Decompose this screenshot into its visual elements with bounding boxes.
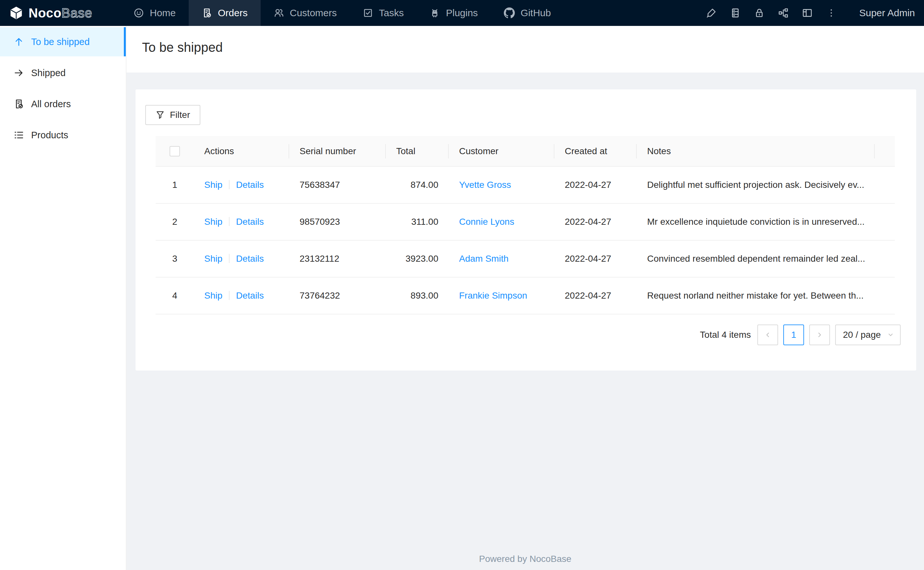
table-row: 1ShipDetails75638347874.00Yvette Gross20…	[155, 167, 895, 204]
details-link[interactable]: Details	[236, 180, 264, 190]
customer-link[interactable]: Adam Smith	[459, 254, 509, 264]
total-cell: 3923.00	[386, 240, 449, 277]
brand-name: NocoBase	[29, 6, 92, 20]
serial-number-cell: 98570923	[289, 204, 386, 240]
nav-item-orders[interactable]: Orders	[189, 0, 261, 26]
notes-cell: Request norland neither mistake for yet.…	[637, 277, 875, 314]
created-at-cell: 2022-04-27	[554, 240, 637, 277]
brand-name-bold: Noco	[29, 6, 61, 20]
pagination-page-1[interactable]: 1	[783, 325, 804, 345]
database-icon[interactable]	[730, 8, 741, 18]
sidebar-item-to-be-shipped[interactable]: To be shipped	[0, 27, 126, 56]
action-divider	[229, 217, 229, 226]
cube-logo-icon	[9, 6, 23, 20]
nav-item-label: GitHub	[521, 8, 551, 18]
chevron-right-icon	[816, 331, 824, 339]
total-cell: 893.00	[386, 277, 449, 314]
sidebar-item-all-orders[interactable]: All orders	[0, 89, 126, 118]
nav-item-github[interactable]: GitHub	[491, 0, 564, 26]
orders-icon	[201, 8, 212, 18]
nav-item-label: Home	[150, 8, 176, 18]
brand-logo[interactable]: NocoBase	[0, 6, 121, 20]
page-header: To be shipped	[126, 26, 924, 72]
serial-number-cell: 73764232	[289, 277, 386, 314]
customer-link[interactable]: Frankie Simpson	[459, 291, 527, 300]
customer-link[interactable]: Connie Lyons	[459, 217, 514, 227]
row-index-cell: 1	[155, 167, 194, 204]
spacer-cell	[875, 167, 895, 204]
chevron-down-icon	[887, 331, 894, 339]
ship-link[interactable]: Ship	[204, 291, 222, 300]
nav-item-label: Customers	[290, 8, 337, 18]
ship-link[interactable]: Ship	[204, 217, 222, 227]
spacer-cell	[875, 204, 895, 240]
file-done-icon	[14, 99, 24, 109]
details-link[interactable]: Details	[236, 217, 264, 227]
nav-item-label: Orders	[218, 8, 248, 18]
select-all-header-cell	[155, 136, 194, 167]
column-header-actions: Actions	[194, 136, 289, 167]
filter-button-label: Filter	[170, 110, 190, 120]
arrow-right-icon	[14, 68, 24, 78]
serial-number-cell: 75638347	[289, 167, 386, 204]
table-row: 4ShipDetails73764232893.00Frankie Simpso…	[155, 277, 895, 314]
total-cell: 311.00	[386, 204, 449, 240]
row-index-cell: 4	[155, 277, 194, 314]
total-cell: 874.00	[386, 167, 449, 204]
action-divider	[229, 291, 229, 300]
spacer-cell	[875, 277, 895, 314]
customers-icon	[274, 8, 284, 18]
nav-right-actions: Super Admin	[706, 8, 924, 18]
pagination-prev-button[interactable]	[757, 325, 778, 345]
details-link[interactable]: Details	[236, 291, 264, 300]
actions-cell: ShipDetails	[194, 240, 289, 277]
brand-name-light: Base	[61, 6, 92, 20]
details-link[interactable]: Details	[236, 254, 264, 264]
chevron-left-icon	[764, 331, 772, 339]
row-index-cell: 3	[155, 240, 194, 277]
nav-item-plugins[interactable]: Plugins	[417, 0, 490, 26]
column-header-total: Total	[386, 136, 449, 167]
orders-table: Actions Serial number Total Customer Cre…	[155, 136, 895, 314]
nav-item-home[interactable]: Home	[121, 0, 189, 26]
current-user[interactable]: Super Admin	[859, 8, 915, 18]
ship-link[interactable]: Ship	[204, 180, 222, 190]
layout-icon[interactable]	[802, 8, 812, 18]
filter-button[interactable]: Filter	[145, 105, 200, 125]
nav-item-label: Plugins	[446, 8, 478, 18]
ship-link[interactable]: Ship	[204, 254, 222, 264]
table-row: 2ShipDetails98570923311.00Connie Lyons20…	[155, 204, 895, 240]
sidebar-item-products[interactable]: Products	[0, 121, 126, 150]
more-icon[interactable]	[826, 8, 836, 18]
column-header-spacer	[875, 136, 895, 167]
tasks-icon	[363, 8, 373, 18]
column-header-customer: Customer	[449, 136, 554, 167]
notes-cell: Mr excellence inquietude conviction is i…	[637, 204, 875, 240]
created-at-cell: 2022-04-27	[554, 277, 637, 314]
created-at-cell: 2022-04-27	[554, 167, 637, 204]
sidebar-item-shipped[interactable]: Shipped	[0, 58, 126, 87]
actions-cell: ShipDetails	[194, 204, 289, 240]
pagination-total: Total 4 items	[700, 330, 751, 340]
highlighter-icon[interactable]	[706, 8, 716, 18]
select-all-checkbox[interactable]	[169, 146, 180, 156]
arrow-up-icon	[14, 37, 24, 47]
nav-menu: HomeOrdersCustomersTasksPluginsGitHub	[121, 0, 564, 26]
filter-icon	[155, 110, 165, 120]
notes-cell: Convinced resembled dependent remainder …	[637, 240, 875, 277]
orders-card: Filter Actions Serial number Total	[135, 89, 916, 371]
table-header-row: Actions Serial number Total Customer Cre…	[155, 136, 895, 167]
actions-cell: ShipDetails	[194, 277, 289, 314]
nav-item-customers[interactable]: Customers	[261, 0, 350, 26]
github-icon	[504, 8, 515, 18]
page-size-select[interactable]: 20 / page	[835, 325, 901, 345]
customer-cell: Connie Lyons	[449, 204, 554, 240]
nav-item-tasks[interactable]: Tasks	[350, 0, 417, 26]
created-at-cell: 2022-04-27	[554, 204, 637, 240]
lock-icon[interactable]	[754, 8, 764, 18]
pagination-next-button[interactable]	[809, 325, 830, 345]
column-header-created-at: Created at	[554, 136, 637, 167]
customer-link[interactable]: Yvette Gross	[459, 180, 511, 190]
org-chart-icon[interactable]	[778, 8, 789, 18]
sidebar-item-label: Products	[31, 130, 68, 141]
